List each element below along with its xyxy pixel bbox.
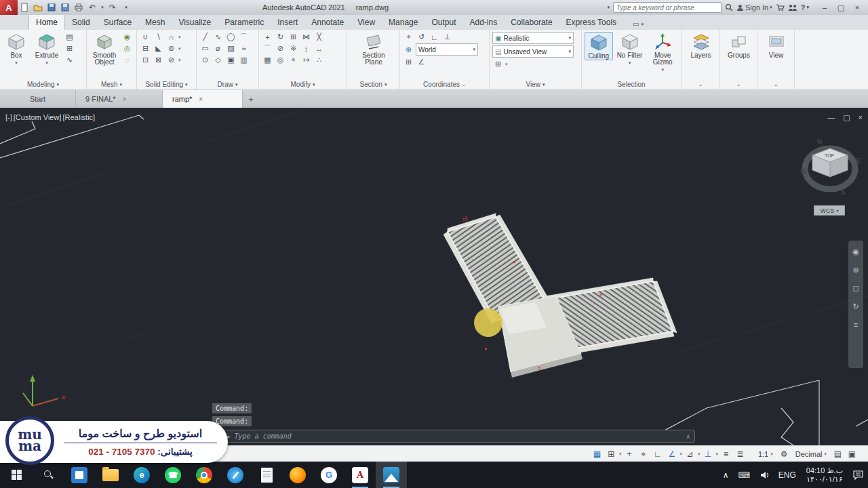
offset-edge-icon[interactable]: ⊚: [165, 43, 177, 54]
otrack-toggle-icon[interactable]: ≡: [719, 447, 732, 460]
subtract-icon[interactable]: ∖: [153, 32, 164, 42]
offset-icon[interactable]: ◎: [275, 55, 286, 65]
ucs-angle-icon[interactable]: ∠: [416, 57, 427, 67]
culling-button[interactable]: Culling: [585, 32, 613, 60]
fillet-icon[interactable]: ⌒: [262, 43, 273, 54]
isodraft-dropdown-icon[interactable]: ▾: [698, 451, 701, 457]
tab-home[interactable]: Home: [28, 14, 65, 30]
trim-icon[interactable]: ╳: [313, 32, 325, 42]
view-button[interactable]: View: [761, 32, 792, 59]
scale-icon[interactable]: ↕: [300, 43, 312, 54]
plot-status-icon[interactable]: ▤: [831, 447, 844, 460]
redo-icon[interactable]: ↷: [106, 1, 119, 14]
no-filter-button[interactable]: No Filter ▾: [615, 32, 645, 66]
polyline-icon[interactable]: ∿: [212, 32, 224, 42]
drawing-close-button[interactable]: ×: [859, 113, 863, 122]
highlight-circle[interactable]: [474, 308, 502, 337]
polar-dropdown-icon[interactable]: ▾: [679, 451, 682, 457]
app-store-icon[interactable]: [776, 3, 785, 12]
ucs-z-axis-icon[interactable]: ⊥: [441, 32, 453, 42]
snap-toggle-icon[interactable]: ⊞: [605, 447, 618, 460]
file-tab-start[interactable]: Start: [0, 90, 76, 108]
wcs-dropdown[interactable]: WCS▾: [814, 205, 845, 216]
move-icon[interactable]: +: [262, 32, 273, 42]
panel-label-modify[interactable]: Modify▾: [259, 79, 347, 89]
close-tab-icon[interactable]: ×: [199, 96, 203, 103]
undo-icon[interactable]: ↶: [85, 1, 99, 14]
search-scope-icon[interactable]: ▾: [607, 5, 610, 10]
layers-button[interactable]: Layers: [686, 32, 717, 59]
annotation-scale-dropdown[interactable]: 1:1▾: [755, 447, 776, 460]
hatch-icon[interactable]: ▨: [225, 43, 237, 54]
panel-label-coordinates[interactable]: Coordinates⌄: [400, 79, 489, 89]
ellipse-icon[interactable]: ⌀: [212, 43, 224, 54]
autocad-app-icon[interactable]: A: [0, 0, 18, 15]
taskbar-capture-app[interactable]: [376, 462, 407, 488]
tray-chevron-icon[interactable]: ∧: [718, 462, 734, 488]
viewcube[interactable]: TOP N W E S: [799, 134, 864, 209]
slice-icon[interactable]: ⊟: [140, 43, 151, 54]
infer-constraints-icon[interactable]: +: [623, 447, 635, 460]
panel-label-mesh[interactable]: Mesh▾: [87, 79, 136, 89]
rectangle-icon[interactable]: ▭: [199, 43, 211, 54]
ucs-dropdown[interactable]: World ▾: [416, 43, 478, 56]
viewport-config-icon[interactable]: ⊞: [492, 59, 504, 69]
collaborate-icon[interactable]: [788, 4, 797, 12]
taskbar-clock[interactable]: 04:10 ب.ظ ۱۴۰۰/۰۱/۱۶: [801, 466, 848, 484]
command-input[interactable]: ⚙ ▸ Type a command ∧: [212, 430, 695, 443]
viewport-view-control[interactable]: [Custom View]: [14, 113, 62, 121]
taskbar-notepad[interactable]: [251, 462, 282, 488]
viewport-style-control[interactable]: [Realistic]: [63, 113, 96, 121]
wireframe-geometry-topleft[interactable]: [0, 115, 144, 158]
tab-insert[interactable]: Insert: [271, 15, 304, 30]
tab-annotate[interactable]: Annotate: [304, 15, 351, 30]
edges-dropdown-icon[interactable]: ▾: [178, 58, 181, 63]
taskbar-autocad[interactable]: A: [344, 462, 376, 488]
save-as-icon[interactable]: [58, 1, 72, 14]
panel-label-modeling[interactable]: Modeling▾: [0, 79, 86, 89]
circle-icon[interactable]: ◯: [225, 32, 237, 42]
pan-icon[interactable]: ⊕: [852, 266, 859, 274]
osnap-dropdown-icon[interactable]: ▾: [715, 451, 718, 457]
ucs-icon[interactable]: ⌖: [403, 32, 414, 42]
ucs-previous-icon[interactable]: ↺: [416, 32, 427, 42]
arc-icon[interactable]: ⌒: [238, 32, 250, 42]
search-icon[interactable]: [725, 3, 733, 12]
plot-icon[interactable]: [72, 1, 85, 14]
rotate-icon[interactable]: ↻: [275, 32, 286, 42]
panel-label-view[interactable]: View▾: [490, 79, 581, 89]
window-minimize-button[interactable]: –: [816, 1, 833, 14]
tab-visualize[interactable]: Visualize: [172, 15, 218, 30]
undo-dropdown-icon[interactable]: ▾: [99, 1, 106, 14]
polygon-icon[interactable]: ◇: [212, 55, 224, 65]
shell-icon[interactable]: ⊘: [165, 55, 177, 65]
visual-style-dropdown[interactable]: ▣ Realistic ▾: [492, 32, 574, 44]
mesh-open-icon[interactable]: ◌: [121, 55, 133, 65]
help-icon[interactable]: ?▾: [801, 3, 809, 12]
tab-addins[interactable]: Add-ins: [463, 15, 505, 30]
lengthen-icon[interactable]: ↦: [300, 55, 312, 65]
grid-toggle-icon[interactable]: ▦: [591, 447, 604, 460]
intersect-icon[interactable]: ∩: [165, 32, 177, 42]
touch-keyboard-icon[interactable]: ⌨: [733, 462, 754, 488]
taskbar-google[interactable]: G: [313, 462, 344, 488]
ribbon-collapse-button[interactable]: ▭▾: [629, 18, 648, 30]
tab-express-tools[interactable]: Express Tools: [559, 15, 623, 30]
region-icon[interactable]: ▣: [225, 55, 237, 65]
viewcube-south[interactable]: S: [841, 188, 846, 196]
mesh-add-crease-icon[interactable]: ◎: [121, 43, 133, 54]
taper-faces-icon[interactable]: ◣: [153, 43, 164, 54]
osnap-toggle-icon[interactable]: ⊥: [701, 447, 714, 460]
window-close-button[interactable]: ×: [849, 1, 865, 14]
zoom-icon[interactable]: ◻: [852, 284, 859, 293]
tab-surface[interactable]: Surface: [97, 15, 138, 30]
line-icon[interactable]: ╱: [199, 32, 211, 42]
clean-screen-icon[interactable]: ▣: [846, 447, 859, 460]
stretch-icon[interactable]: ↔: [313, 43, 325, 54]
lineweight-toggle-icon[interactable]: ≣: [734, 447, 747, 460]
tab-view[interactable]: View: [351, 15, 382, 30]
viewport-canvas[interactable]: 16 8 5 ×: [0, 108, 868, 445]
copy-icon[interactable]: ⊞: [288, 32, 299, 42]
polar-tracking-icon[interactable]: ∠: [665, 447, 678, 460]
ucs-grid-icon[interactable]: ⊞: [403, 57, 414, 67]
